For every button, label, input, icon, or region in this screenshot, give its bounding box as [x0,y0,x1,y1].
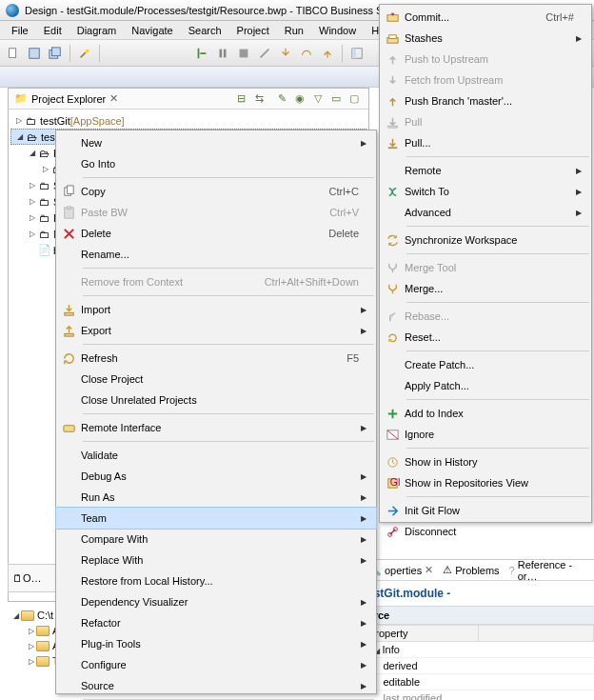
team-switch-to[interactable]: Switch To▶ [380,181,591,202]
collapse-all-icon[interactable]: ⊟ [232,92,249,106]
step-over-icon[interactable] [297,44,316,63]
ctx-go-into[interactable]: Go Into [56,153,376,174]
property-row[interactable]: derived [363,658,479,674]
ctx-refactor[interactable]: Refactor▶ [56,612,376,633]
step-return-icon[interactable] [318,44,337,63]
expand-icon[interactable]: ▷ [14,116,24,125]
save-icon[interactable] [25,44,44,63]
ctx-plug-in-tools[interactable]: Plug-in Tools▶ [56,633,376,654]
team-commit[interactable]: Commit...Ctrl+# [380,7,591,28]
menu-item-label: Go Into [81,158,359,170]
step-into-icon[interactable] [276,44,295,63]
ctx-run-as[interactable]: Run As▶ [56,487,376,508]
filter-icon[interactable]: ✎ [273,92,290,106]
ctx-delete[interactable]: DeleteDelete [56,223,376,244]
ctx-close-unrelated-projects[interactable]: Close Unrelated Projects [56,390,376,410]
save-all-icon[interactable] [46,44,65,63]
collapse-icon[interactable]: ◢ [15,132,25,141]
ctx-compare-with[interactable]: Compare With▶ [56,529,376,550]
properties-title: estGit.module - [362,581,594,606]
team-remote[interactable]: Remote▶ [380,160,591,181]
add-icon [380,407,405,421]
menu-project[interactable]: Project [229,23,277,38]
ctx-import[interactable]: Import▶ [56,299,376,320]
team-push-branch-master[interactable]: Push Branch 'master'... [380,90,591,111]
ctx-dependency-visualizer[interactable]: Dependency Visualizer▶ [56,591,376,612]
menu-diagram[interactable]: Diagram [69,23,125,38]
submenu-arrow-icon: ▶ [574,167,584,175]
ctx-restore-from-local-history[interactable]: Restore from Local History... [56,570,376,591]
project-icon: 🗀 [24,114,38,127]
tree-item[interactable]: C:\t [37,610,53,621]
perspective-icon[interactable] [347,44,366,63]
tree-item-testgit[interactable]: testGit [40,115,70,127]
team-advanced[interactable]: Advanced▶ [380,202,591,223]
ctx-remove-from-context: Remove from ContextCtrl+Alt+Shift+Down [56,271,376,292]
ctx-refresh[interactable]: RefreshF5 [56,348,376,369]
link-editor-icon[interactable]: ⇆ [250,92,267,106]
ctx-replace-with[interactable]: Replace With▶ [56,550,376,570]
ctx-validate[interactable]: Validate [56,445,376,466]
ctx-debug-as[interactable]: Debug As▶ [56,466,376,487]
ctx-source[interactable]: Source▶ [56,675,376,696]
debug-stop-icon[interactable] [234,44,253,63]
team-apply-patch[interactable]: Apply Patch... [380,375,591,396]
menu-file[interactable]: File [4,23,36,38]
menu-edit[interactable]: Edit [36,23,69,38]
team-pull[interactable]: Pull... [380,132,591,153]
ctx-close-project[interactable]: Close Project [56,369,376,390]
ctx-team[interactable]: Team▶ [56,508,376,529]
project-explorer-tab-label[interactable]: Project Explorer [31,93,106,105]
team-init-git-flow[interactable]: Init Git Flow [380,500,591,521]
menu-navigate[interactable]: Navigate [124,23,180,38]
gitflow-icon [380,504,405,518]
team-merge[interactable]: Merge... [380,278,591,299]
tree-item-decorator: [AppSpace] [70,115,125,127]
ctx-copy[interactable]: CopyCtrl+C [56,181,376,202]
team-ignore[interactable]: Ignore [380,424,591,445]
menu-item-label: Synchronize Workspace [405,234,574,246]
submenu-arrow-icon: ▶ [574,209,584,217]
debug-pause-icon[interactable] [213,44,232,63]
property-row[interactable]: last modified [363,690,479,701]
menu-item-label: Refactor [81,617,359,629]
team-show-in-repositories-view[interactable]: GITShow in Repositories View [380,472,591,493]
team-synchronize-workspace[interactable]: Synchronize Workspace [380,230,591,250]
debug-resume-icon[interactable] [192,44,211,63]
menu-item-label: Dependency Visualizer [81,596,359,608]
team-disconnect[interactable]: Disconnect [380,521,591,542]
ctx-configure[interactable]: Configure▶ [56,654,376,675]
menu-item-label: Stashes [405,32,574,44]
menu-window[interactable]: Window [311,23,364,38]
ctx-export[interactable]: Export▶ [56,320,376,341]
property-group[interactable]: Info [383,644,400,655]
team-stashes[interactable]: Stashes▶ [380,28,591,49]
view-menu-icon[interactable]: ▽ [309,92,327,106]
team-create-patch[interactable]: Create Patch... [380,354,591,375]
team-show-in-history[interactable]: Show in History [380,451,591,472]
menu-search[interactable]: Search [181,23,229,38]
minimize-icon[interactable]: ▭ [327,92,345,106]
menu-item-label: Validate [81,450,359,461]
menu-item-label: Close Unrelated Projects [81,394,359,406]
focus-icon[interactable]: ◉ [291,92,308,106]
svg-rect-11 [67,185,73,192]
disconnect-icon [380,525,405,539]
ctx-remote-interface[interactable]: Remote Interface▶ [56,417,376,438]
new-icon[interactable] [4,44,23,63]
property-row[interactable]: editable [363,674,479,690]
tab-problems[interactable]: ⚠Problems [438,562,504,578]
wizard-icon[interactable] [75,44,94,63]
svg-rect-0 [10,48,16,57]
ctx-rename[interactable]: Rename... [56,244,376,265]
menu-item-label: Run As [81,491,359,503]
menu-run[interactable]: Run [277,23,311,38]
maximize-icon[interactable]: ▢ [346,92,363,106]
property-column-header[interactable]: Property [363,626,479,642]
debug-disconnect-icon[interactable] [255,44,274,63]
close-tab-icon[interactable]: ✕ [109,92,118,105]
team-add-to-index[interactable]: Add to Index [380,403,591,424]
tab-reference[interactable]: ?Reference - or… [505,557,594,584]
ctx-new[interactable]: New▶ [56,132,376,153]
team-reset[interactable]: Reset... [380,327,591,348]
